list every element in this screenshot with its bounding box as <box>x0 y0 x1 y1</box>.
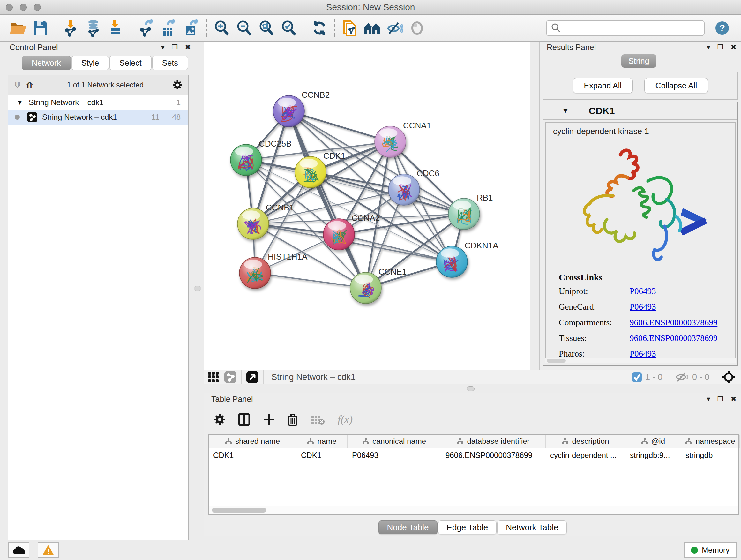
node-CDC6[interactable] <box>388 174 420 205</box>
zoom-fit-button[interactable] <box>258 19 275 37</box>
add-column-icon[interactable] <box>263 414 274 425</box>
node-CCNB2[interactable] <box>273 96 305 127</box>
protein-header-row[interactable]: ▼ CDK1 <box>543 102 738 120</box>
tab-style[interactable]: Style <box>71 56 109 70</box>
panel-float-icon[interactable]: ❒ <box>718 44 724 51</box>
column-header-database-identifier[interactable]: database identifier <box>441 435 546 448</box>
copy-style-button[interactable] <box>341 19 359 37</box>
warnings-button[interactable] <box>38 543 59 558</box>
table-cell[interactable]: stringdb <box>681 448 740 462</box>
network-canvas[interactable]: CCNB2CCNA1CDC25BCDK1CDC6RB1CCNB1CCNA2CDK… <box>204 42 530 370</box>
delete-column-trash-icon[interactable] <box>287 413 298 426</box>
search-input[interactable] <box>561 23 698 33</box>
panel-menu-icon[interactable]: ▾ <box>161 44 165 51</box>
node-CCNB1[interactable] <box>238 208 269 240</box>
results-scrollbar-thumb[interactable] <box>547 359 566 363</box>
birds-eye-crosshair-icon[interactable] <box>722 370 735 384</box>
column-header-namespace[interactable]: namespace <box>681 435 740 448</box>
node-RB1[interactable] <box>448 198 480 230</box>
zoom-in-button[interactable] <box>213 19 231 37</box>
cloud-status-button[interactable] <box>8 543 29 558</box>
node-CCNA2[interactable] <box>323 219 354 250</box>
edge-CCNB2-CCNA1[interactable] <box>289 111 390 142</box>
node-HIST1H1A[interactable] <box>239 257 271 289</box>
network-row-selected[interactable]: String Network – cdk1 11 48 <box>8 110 188 125</box>
network-results-splitter[interactable] <box>530 42 539 370</box>
import-network-database-button[interactable] <box>84 19 103 37</box>
crosslink-value-link[interactable]: P06493 <box>630 287 656 296</box>
export-table-button[interactable] <box>160 19 178 37</box>
collapse-all-button[interactable]: Collapse All <box>644 78 709 93</box>
export-image-button[interactable] <box>182 19 200 37</box>
node-CDKN1A[interactable] <box>436 246 468 277</box>
delete-table-icon[interactable] <box>311 414 325 425</box>
table-cell[interactable]: 9606.ENSP00000378699 <box>441 448 546 462</box>
network-graph[interactable]: CCNB2CCNA1CDC25BCDK1CDC6RB1CCNB1CCNA2CDK… <box>204 42 530 370</box>
table-scrollbar-thumb[interactable] <box>212 508 266 513</box>
network-collection-row[interactable]: ▼ String Network – cdk1 1 <box>8 95 188 110</box>
panel-close-icon[interactable]: ✖ <box>185 44 191 51</box>
open-session-button[interactable] <box>9 19 27 37</box>
collapse-all-icon[interactable]: ⟱ <box>14 80 21 90</box>
table-cell[interactable]: stringdb:9... <box>625 448 681 462</box>
crosslink-value-link[interactable]: P06493 <box>630 302 656 312</box>
first-neighbors-button[interactable] <box>363 19 381 37</box>
panel-float-icon[interactable]: ❒ <box>172 44 178 51</box>
help-button[interactable]: ? <box>715 21 730 36</box>
table-cell[interactable]: P06493 <box>347 448 441 462</box>
crosslink-value-link[interactable]: 9606.ENSP00000378699 <box>630 333 718 343</box>
tab-edge-table[interactable]: Edge Table <box>438 520 497 535</box>
open-in-window-icon[interactable] <box>246 371 259 383</box>
tab-select[interactable]: Select <box>110 56 151 70</box>
panel-float-icon[interactable]: ❒ <box>718 395 724 402</box>
tab-network-table[interactable]: Network Table <box>497 520 567 535</box>
panel-close-icon[interactable]: ✖ <box>731 44 737 51</box>
save-session-button[interactable] <box>31 19 50 37</box>
zoom-selected-button[interactable] <box>280 19 298 37</box>
collection-expand-caret[interactable]: ▼ <box>17 99 23 106</box>
table-options-gear-icon[interactable] <box>214 414 225 425</box>
zoom-out-button[interactable] <box>235 19 253 37</box>
search-field[interactable] <box>546 20 704 36</box>
edge-HIST1H1A-CCNE1[interactable] <box>255 273 366 288</box>
column-header-at-id[interactable]: @id <box>625 435 681 448</box>
left-splitter-grip[interactable] <box>194 286 201 291</box>
horizontal-splitter-grip[interactable] <box>467 386 475 391</box>
tab-node-table[interactable]: Node Table <box>379 520 437 535</box>
grid-view-icon[interactable] <box>207 371 219 383</box>
column-header-canonical-name[interactable]: canonical name <box>347 435 441 448</box>
apply-layout-button[interactable] <box>311 19 328 37</box>
export-network-button[interactable] <box>138 19 155 37</box>
node-CCNE1[interactable] <box>350 272 381 304</box>
expand-all-icon[interactable]: ⟰ <box>26 80 33 90</box>
table-cell[interactable]: cyclin-dependent ... <box>546 448 625 462</box>
show-all-button[interactable] <box>408 19 426 37</box>
import-network-file-button[interactable] <box>62 19 80 37</box>
network-thumbnail-icon[interactable] <box>224 371 237 383</box>
show-columns-icon[interactable] <box>238 413 250 426</box>
results-scrollbar[interactable] <box>545 358 736 363</box>
panel-close-icon[interactable]: ✖ <box>731 395 737 402</box>
node-CCNA1[interactable] <box>375 126 406 158</box>
crosslink-value-link[interactable]: P06493 <box>630 349 656 359</box>
hide-selected-button[interactable] <box>386 19 404 37</box>
node-CDC25B[interactable] <box>230 144 262 176</box>
tab-string[interactable]: String <box>621 54 657 68</box>
table-cell[interactable]: CDK1 <box>296 448 347 462</box>
function-builder-icon[interactable]: f(x) <box>338 414 353 426</box>
column-header-description[interactable]: description <box>546 435 625 448</box>
network-list-options-gear-icon[interactable] <box>172 80 183 90</box>
table-row[interactable]: CDK1CDK1P064939606.ENSP00000378699cyclin… <box>209 448 738 463</box>
edge-CCNA2-CDKN1A[interactable] <box>339 234 452 262</box>
table-scrollbar[interactable] <box>209 506 738 514</box>
tab-sets[interactable]: Sets <box>152 56 188 70</box>
node-CDK1[interactable] <box>295 157 326 188</box>
panel-menu-icon[interactable]: ▾ <box>707 395 711 402</box>
protein-collapse-caret[interactable]: ▼ <box>562 107 569 115</box>
memory-button[interactable]: Memory <box>684 542 737 558</box>
crosslink-value-link[interactable]: 9606.ENSP00000378699 <box>630 318 718 327</box>
panel-menu-icon[interactable]: ▾ <box>707 44 711 51</box>
import-table-button[interactable] <box>107 19 125 37</box>
column-header-name[interactable]: name <box>296 435 347 448</box>
expand-all-button[interactable]: Expand All <box>573 78 633 93</box>
